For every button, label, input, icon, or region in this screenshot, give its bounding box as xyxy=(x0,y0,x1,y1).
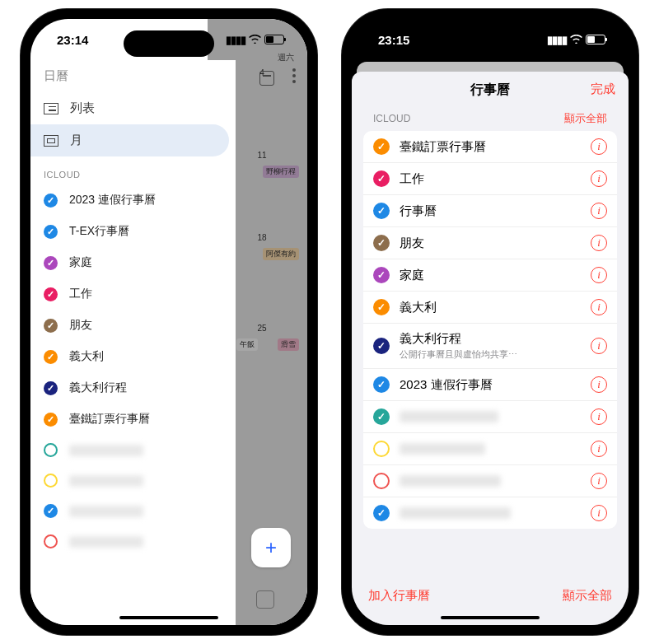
calendar-row[interactable]: 2023 連假行事曆 xyxy=(30,184,236,216)
calendar-name-redacted xyxy=(400,443,581,455)
add-calendar-button[interactable]: 加入行事曆 xyxy=(368,588,430,604)
info-icon[interactable]: i xyxy=(591,338,607,354)
checkbox-icon[interactable] xyxy=(373,505,390,521)
info-icon[interactable]: i xyxy=(591,299,607,315)
checkbox-icon[interactable] xyxy=(373,203,390,219)
checkbox-icon[interactable] xyxy=(373,170,390,187)
calendar-row-redacted[interactable] xyxy=(30,435,236,465)
add-event-fab[interactable]: + xyxy=(251,528,291,567)
calendar-name: 2023 連假行事曆 xyxy=(69,193,156,208)
calendar-row-redacted[interactable]: i xyxy=(363,497,617,529)
done-button[interactable]: 完成 xyxy=(591,82,615,97)
calendar-row[interactable]: 臺鐵訂票行事曆 xyxy=(30,404,236,435)
checkbox-icon[interactable] xyxy=(44,256,58,270)
wifi-icon xyxy=(570,34,582,46)
calendar-name: T-EX行事曆 xyxy=(69,224,129,239)
battery-icon xyxy=(264,35,284,44)
checkbox-icon[interactable] xyxy=(373,235,390,251)
calendar-row-redacted[interactable]: i xyxy=(363,465,617,497)
checkbox-icon[interactable] xyxy=(373,267,390,283)
status-icons: ▮▮▮▮ xyxy=(226,34,284,46)
view-option-list[interactable]: 列表 xyxy=(30,92,229,124)
checkbox-icon[interactable] xyxy=(373,473,390,489)
calendar-row[interactable]: 義大利 xyxy=(30,341,236,372)
info-icon[interactable]: i xyxy=(591,408,607,425)
calendar-name: 家庭 xyxy=(69,255,92,270)
calendar-name-redacted xyxy=(400,411,581,422)
checkbox-icon[interactable] xyxy=(44,194,58,208)
checkbox-icon[interactable] xyxy=(44,225,58,239)
info-icon[interactable]: i xyxy=(591,376,607,393)
calendar-row[interactable]: 義大利行程 xyxy=(30,372,236,404)
checkbox-icon[interactable] xyxy=(373,408,390,425)
home-indicator[interactable] xyxy=(119,616,218,619)
calendar-name: 工作 xyxy=(400,171,581,187)
checkbox-icon[interactable] xyxy=(373,338,390,354)
icloud-section-header: ICLOUD xyxy=(30,156,236,184)
info-icon[interactable]: i xyxy=(591,267,607,283)
calendar-name: 義大利 xyxy=(400,300,581,315)
icloud-label: ICLOUD xyxy=(373,113,410,124)
show-all-button[interactable]: 顯示全部 xyxy=(564,111,607,126)
phone-right-screen: 23:15 ▮▮▮▮ 行事曆 完成 ICLOUD 顯示全部 臺鐵訂票行事曆i工作… xyxy=(352,19,629,625)
home-indicator[interactable] xyxy=(441,616,540,619)
calendar-row[interactable]: 臺鐵訂票行事曆i xyxy=(363,131,617,163)
checkbox-icon[interactable] xyxy=(44,350,58,364)
view-option-month[interactable]: 月 xyxy=(30,124,229,156)
info-icon[interactable]: i xyxy=(591,505,607,521)
info-icon[interactable]: i xyxy=(591,203,607,219)
checkbox-icon[interactable] xyxy=(44,287,58,301)
calendar-row[interactable]: T-EX行事曆 xyxy=(30,216,236,247)
calendar-row[interactable]: 工作 xyxy=(30,278,236,310)
info-icon[interactable]: i xyxy=(591,473,607,489)
cellular-icon: ▮▮▮▮ xyxy=(547,34,567,46)
calendar-name: 義大利行程公開行事曆且與盧怡均共享⋯ xyxy=(400,331,581,361)
checkbox-icon[interactable] xyxy=(44,381,58,395)
show-all-bottom-button[interactable]: 顯示全部 xyxy=(563,588,612,604)
info-icon[interactable]: i xyxy=(591,235,607,251)
today-icon[interactable] xyxy=(259,71,274,86)
calendar-name-redacted xyxy=(69,506,143,517)
calendar-name-redacted xyxy=(69,445,143,456)
calendar-row[interactable]: 家庭i xyxy=(363,259,617,292)
calendar-row[interactable]: 2023 連假行事曆i xyxy=(363,369,617,401)
calendar-row[interactable]: 家庭 xyxy=(30,247,236,278)
dynamic-island xyxy=(445,30,535,57)
calendar-name: 朋友 xyxy=(400,236,581,251)
calendar-name: 臺鐵訂票行事曆 xyxy=(69,412,150,427)
calendar-row-redacted[interactable]: i xyxy=(363,401,617,433)
sheet-title: 行事曆 xyxy=(470,82,510,99)
sidebar-drawer: 日曆 列表 月 ICLOUD 2023 連假行事曆T-EX行事曆家庭工作朋友義大… xyxy=(30,60,236,625)
checkbox-icon[interactable] xyxy=(44,534,58,548)
info-icon[interactable]: i xyxy=(591,441,607,457)
calendars-list: 臺鐵訂票行事曆i工作i行事曆i朋友i家庭i義大利i義大利行程公開行事曆且與盧怡均… xyxy=(363,131,617,529)
checkbox-icon[interactable] xyxy=(44,413,58,427)
info-icon[interactable]: i xyxy=(591,138,607,155)
calendar-row[interactable]: 義大利i xyxy=(363,292,617,324)
calendar-row[interactable]: 工作i xyxy=(363,163,617,195)
calendar-row-redacted[interactable]: i xyxy=(363,433,617,465)
calendar-row[interactable]: 朋友 xyxy=(30,310,236,341)
calendar-row-redacted[interactable] xyxy=(30,465,236,496)
overflow-menu-icon[interactable] xyxy=(292,68,296,83)
checkbox-icon[interactable] xyxy=(373,441,390,457)
calendar-row[interactable]: 行事曆i xyxy=(363,195,617,227)
info-icon[interactable]: i xyxy=(591,170,607,187)
calendar-name: 行事曆 xyxy=(400,203,581,219)
status-time: 23:14 xyxy=(57,33,88,47)
phone-right-frame: 23:15 ▮▮▮▮ 行事曆 完成 ICLOUD 顯示全部 臺鐵訂票行事曆i工作… xyxy=(342,9,638,635)
checkbox-icon[interactable] xyxy=(44,443,58,457)
calendar-row-redacted[interactable] xyxy=(30,526,236,557)
calendar-row[interactable]: 朋友i xyxy=(363,227,617,259)
calendar-row[interactable]: 義大利行程公開行事曆且與盧怡均共享⋯i xyxy=(363,324,617,369)
calendar-name-redacted xyxy=(400,475,581,487)
checkbox-icon[interactable] xyxy=(373,138,390,155)
calendar-row-redacted[interactable] xyxy=(30,496,236,526)
checkbox-icon[interactable] xyxy=(44,504,58,518)
checkbox-icon[interactable] xyxy=(44,474,58,488)
checkbox-icon[interactable] xyxy=(373,299,390,315)
calendar-subtitle: 公開行事曆且與盧怡均共享⋯ xyxy=(400,348,581,361)
bottom-nav-icon[interactable] xyxy=(256,590,274,609)
checkbox-icon[interactable] xyxy=(373,376,390,393)
checkbox-icon[interactable] xyxy=(44,319,58,333)
